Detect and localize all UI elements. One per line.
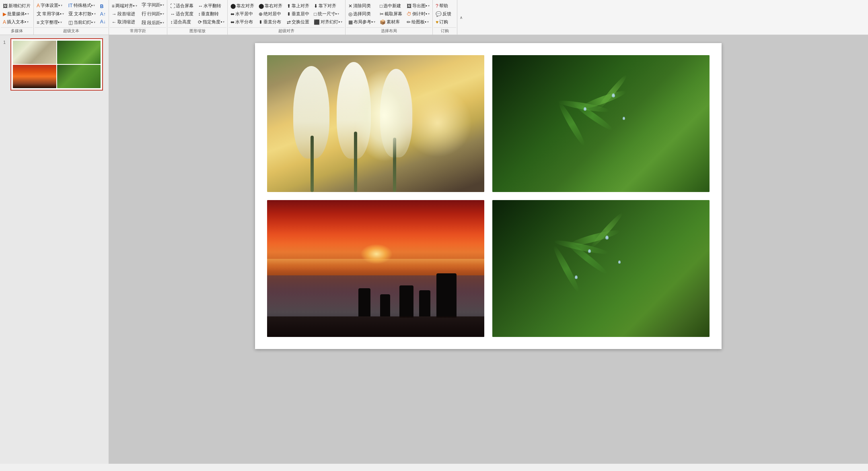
btn-align-top[interactable]: ⬆ 靠上对齐: [285, 2, 311, 10]
btn-font-increase[interactable]: A↑: [98, 10, 108, 18]
btn-uniform-size[interactable]: □ 统一尺寸• ▾: [312, 10, 344, 18]
btn-common-font[interactable]: 文 常用字体• ▾: [35, 10, 66, 18]
btn-vdistribute[interactable]: ⬍ 垂直分布: [257, 18, 284, 26]
btn-bold[interactable]: B: [98, 3, 108, 10]
select-same-icon: ◎: [348, 11, 352, 17]
btn-hdistribute[interactable]: ⬌ 水平分布: [228, 18, 256, 26]
align-right-icon: ⬤: [259, 3, 264, 9]
btn-subscribe[interactable]: ♥ 订购: [434, 18, 453, 26]
angle-icon: ⟳: [198, 19, 202, 25]
btn-text-scatter[interactable]: 亚 文本打散• ▾: [66, 10, 98, 18]
clear-same-icon: ✕: [348, 3, 352, 9]
ribbon-group-supertext: A 字体设置• ▾ 文 常用字体• ▾ ≡ 文字整理• ▾: [34, 0, 109, 35]
btn-clear-same[interactable]: ✕ 清除同类: [346, 2, 377, 10]
btn-justify[interactable]: ≡ 两端对齐• ▾: [110, 2, 139, 10]
btn-select-new[interactable]: □ 选中新建: [378, 2, 404, 10]
btn-select-same[interactable]: ◎ 选择同类: [346, 10, 377, 18]
image-green2[interactable]: [492, 200, 710, 337]
font-increase-icon: A↑: [100, 11, 106, 17]
slide-canvas[interactable]: [255, 43, 722, 349]
btn-countdown[interactable]: ⏱ 倒计时• ▾: [405, 10, 432, 18]
btn-align-vcenter[interactable]: ⬍ 垂直居中: [285, 10, 311, 18]
common-font-icon: 文: [37, 10, 41, 17]
hdistribute-icon: ⬌: [230, 19, 234, 25]
btn-fit-height[interactable]: ↕ 适合高度: [168, 18, 195, 26]
btn-char-spacing[interactable]: 字 字间距• ▾: [140, 1, 167, 9]
btn-materials[interactable]: 📦 素材库: [378, 18, 404, 26]
outdent-icon: ←: [112, 19, 117, 25]
slide-thumbnail[interactable]: [10, 38, 103, 91]
btn-screenshot[interactable]: ✂ 截取屏幕: [378, 10, 404, 18]
italic-icon: IT: [68, 3, 73, 8]
ribbon-group-selectlayout: ✕ 清除同类 ◎ 选择同类 ▦ 布局参考• ▾ □: [346, 0, 433, 35]
btn-text-arrange[interactable]: ≡ 文字整理• ▾: [35, 19, 66, 26]
btn-swap[interactable]: ⇄ 交换位置: [285, 18, 311, 26]
align-slide-icon: ⬛: [314, 19, 320, 25]
btn-outdent[interactable]: ← 取消缩进: [110, 18, 139, 26]
select-new-icon: □: [380, 3, 383, 9]
btn-para-spacing[interactable]: 段 段后距• ▾: [140, 19, 167, 27]
image-sunset[interactable]: [267, 200, 484, 337]
btn-font-decrease[interactable]: A↓: [98, 18, 108, 25]
ribbon-row: 🖼 新增幻灯片 ▶ 批量媒体• ▾ A 插入文本• ▾ 多媒体: [0, 0, 868, 35]
thumb-green2: [57, 65, 101, 88]
ribbon-group-multimedia-label: 多媒体: [1, 27, 33, 35]
btn-drawboard[interactable]: ✏ 绘图板• ▾: [405, 18, 432, 26]
btn-center[interactable]: ⊕ 绝对居中: [257, 10, 284, 18]
feedback-icon: 💬: [436, 11, 442, 17]
ribbon: 🖼 新增幻灯片 ▶ 批量媒体• ▾ A 插入文本• ▾ 多媒体: [0, 0, 868, 35]
flip-v-icon: ↕: [198, 11, 200, 17]
image-green[interactable]: [492, 55, 710, 192]
drawboard-icon: ✏: [407, 19, 411, 25]
para-spacing-icon: 段: [142, 19, 146, 26]
ribbon-group-order: ? 帮助 💬 反馈 ♥ 订购 订购: [433, 0, 457, 35]
indent-icon: →: [112, 11, 117, 17]
ribbon-group-spacing-label: 常用字距: [110, 27, 167, 35]
align-left-icon: ⬤: [230, 3, 236, 9]
scatter-icon: 亚: [68, 10, 73, 17]
flip-h-icon: ↔: [198, 3, 203, 9]
btn-fit-screen[interactable]: ⛶ 适合屏幕: [168, 2, 195, 10]
align-top-icon: ⬆: [287, 3, 291, 9]
center-icon: ⊕: [259, 11, 263, 17]
justify-icon: ≡: [112, 3, 115, 9]
ribbon-collapse-button[interactable]: ∧: [457, 0, 465, 35]
btn-insert-text[interactable]: A 插入文本• ▾: [1, 18, 33, 26]
char-spacing-icon: 字: [142, 2, 146, 8]
btn-font-setting[interactable]: A 字体设置• ▾: [35, 2, 66, 9]
btn-align-slide[interactable]: ⬛ 对齐幻灯• ▾: [312, 18, 344, 26]
uniform-size-icon: □: [314, 11, 317, 17]
ribbon-group-fitscreen-label: 图形缩放: [168, 27, 226, 35]
btn-fit-width[interactable]: ↔ 适合宽度: [168, 10, 195, 18]
btn-align-left[interactable]: ⬤ 靠左对齐: [228, 2, 256, 10]
line-spacing-icon: 行: [142, 10, 146, 17]
btn-feedback[interactable]: 💬 反馈: [434, 10, 453, 18]
btn-current-slide[interactable]: ◫ 当前幻灯• ▾: [66, 19, 98, 26]
export-icon: 🖼: [407, 3, 411, 9]
btn-flip-h[interactable]: ↔ 水平翻转: [196, 2, 226, 10]
btn-flip-v[interactable]: ↕ 垂直翻转: [196, 10, 226, 18]
btn-align-hcenter[interactable]: ⬌ 水平居中: [228, 10, 256, 18]
materials-icon: 📦: [380, 19, 386, 25]
arrange-icon: ≡: [37, 20, 39, 25]
btn-layout-ref[interactable]: ▦ 布局参考• ▾: [346, 18, 377, 26]
btn-batch-media[interactable]: ▶ 批量媒体• ▾: [1, 10, 33, 18]
btn-special-format[interactable]: IT 特殊格式• ▾: [66, 2, 98, 9]
media-icon: ▶: [3, 11, 6, 17]
swap-icon: ⇄: [287, 19, 291, 25]
thumb-flowers: [13, 41, 56, 64]
align-bottom-icon: ⬇: [314, 3, 318, 9]
help-icon: ?: [436, 3, 438, 9]
font-icon: A: [37, 3, 40, 8]
align-vcenter-icon: ⬍: [287, 11, 291, 17]
btn-indent[interactable]: → 段首缩进: [110, 10, 139, 18]
image-flowers[interactable]: [267, 55, 484, 192]
btn-align-bottom[interactable]: ⬇ 靠下对齐: [312, 2, 344, 10]
btn-align-right[interactable]: ⬤ 靠右对齐: [257, 2, 284, 10]
btn-help[interactable]: ? 帮助: [434, 2, 453, 10]
slide-panel: 1: [0, 35, 109, 464]
btn-new-slide[interactable]: 🖼 新增幻灯片: [1, 2, 33, 10]
btn-line-spacing[interactable]: 行 行间距• ▾: [140, 10, 167, 18]
btn-angle[interactable]: ⟳ 指定角度• ▾: [196, 18, 226, 26]
btn-export-img[interactable]: 🖼 导出图• ▾: [405, 2, 432, 10]
